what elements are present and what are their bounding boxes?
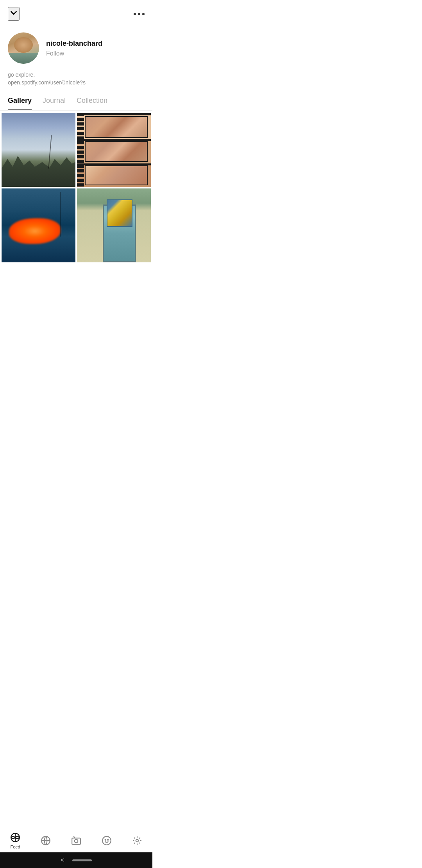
tab-gallery[interactable]: Gallery (8, 93, 32, 110)
film-strip (77, 113, 151, 187)
profile-section: nicole-blanchard Follow (0, 25, 152, 68)
gallery-item-4[interactable] (77, 188, 151, 262)
bio-text: go explore. (8, 72, 145, 78)
bio-link[interactable]: open.spotify.com/user/0nicole?s (8, 79, 145, 86)
gallery-item-3[interactable] (2, 188, 75, 262)
film-frame-1 (85, 116, 148, 138)
bio-section: go explore. open.spotify.com/user/0nicol… (0, 68, 152, 93)
tab-collection[interactable]: Collection (77, 93, 107, 110)
tabs: Gallery Journal Collection (0, 93, 152, 111)
gallery-item-1[interactable] (2, 113, 75, 187)
follow-button[interactable]: Follow (46, 50, 102, 57)
dot1 (134, 13, 136, 15)
dot3 (142, 13, 145, 15)
gallery-item-2[interactable] (77, 113, 151, 187)
gallery-grid (0, 111, 152, 264)
more-menu-button[interactable] (134, 13, 145, 15)
tab-journal[interactable]: Journal (43, 93, 66, 110)
avatar[interactable] (8, 32, 39, 64)
dot2 (138, 13, 140, 15)
film-frame-2 (85, 141, 148, 162)
back-button[interactable] (8, 7, 20, 21)
top-bar (0, 0, 152, 25)
profile-info: nicole-blanchard Follow (46, 39, 102, 57)
username: nicole-blanchard (46, 39, 102, 48)
film-frame-3 (85, 165, 148, 185)
